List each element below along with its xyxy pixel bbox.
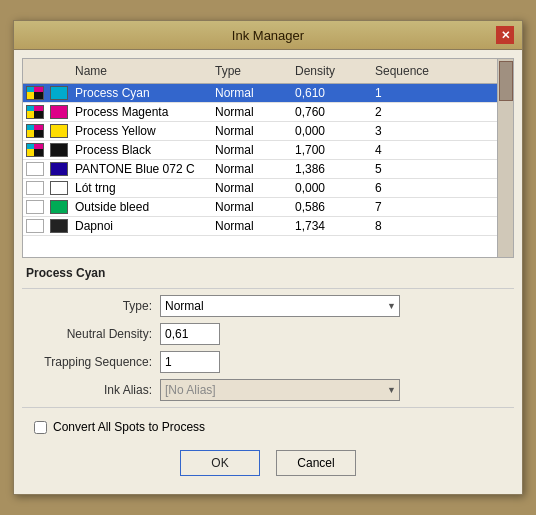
- row-icon-cell: [23, 179, 47, 197]
- row-type: Normal: [211, 141, 291, 159]
- type-group: Type: Normal Transparent Opaque OpaqueIg…: [22, 295, 514, 317]
- header-col0: [23, 62, 47, 80]
- divider: [22, 288, 514, 289]
- row-density: 1,700: [291, 141, 371, 159]
- row-swatch-cell: [47, 84, 71, 102]
- header-name: Name: [71, 62, 211, 80]
- row-density: 0,586: [291, 198, 371, 216]
- row-icon-cell: [23, 141, 47, 159]
- row-icon-cell: [23, 84, 47, 102]
- convert-spots-checkbox[interactable]: [34, 421, 47, 434]
- header-sequence: Sequence: [371, 62, 431, 80]
- type-select-wrapper: Normal Transparent Opaque OpaqueIgnore: [160, 295, 400, 317]
- row-sequence: 6: [371, 179, 431, 197]
- cancel-button[interactable]: Cancel: [276, 450, 356, 476]
- table-row[interactable]: PANTONE Blue 072 CNormal1,3865: [23, 160, 513, 179]
- row-type: Normal: [211, 122, 291, 140]
- ink-alias-label: Ink Alias:: [30, 383, 160, 397]
- row-name: PANTONE Blue 072 C: [71, 160, 211, 178]
- header-density: Density: [291, 62, 371, 80]
- row-name: Dapnoi: [71, 217, 211, 235]
- type-select[interactable]: Normal Transparent Opaque OpaqueIgnore: [160, 295, 400, 317]
- row-swatch-cell: [47, 103, 71, 121]
- row-sequence: 8: [371, 217, 431, 235]
- ink-alias-group: Ink Alias: [No Alias]: [22, 379, 514, 401]
- dialog-title: Ink Manager: [40, 28, 496, 43]
- row-density: 0,000: [291, 179, 371, 197]
- row-sequence: 4: [371, 141, 431, 159]
- row-name: Process Magenta: [71, 103, 211, 121]
- row-density: 1,386: [291, 160, 371, 178]
- table-row[interactable]: Process BlackNormal1,7004: [23, 141, 513, 160]
- row-swatch-cell: [47, 160, 71, 178]
- convert-spots-label[interactable]: Convert All Spots to Process: [53, 420, 205, 434]
- row-icon-cell: [23, 122, 47, 140]
- button-row: OK Cancel: [22, 442, 514, 486]
- row-swatch-cell: [47, 122, 71, 140]
- table-header: Name Type Density Sequence: [23, 59, 513, 84]
- table-row[interactable]: DapnoiNormal1,7348: [23, 217, 513, 236]
- row-sequence: 2: [371, 103, 431, 121]
- row-icon-cell: [23, 198, 47, 216]
- neutral-density-group: Neutral Density:: [22, 323, 514, 345]
- trapping-sequence-input[interactable]: [160, 351, 220, 373]
- row-type: Normal: [211, 179, 291, 197]
- ink-alias-select-wrapper: [No Alias]: [160, 379, 400, 401]
- header-type: Type: [211, 62, 291, 80]
- ok-button[interactable]: OK: [180, 450, 260, 476]
- table-row[interactable]: Process MagentaNormal0,7602: [23, 103, 513, 122]
- table-row[interactable]: Process CyanNormal0,6101: [23, 84, 513, 103]
- selected-ink-label: Process Cyan: [22, 258, 514, 284]
- row-type: Normal: [211, 84, 291, 102]
- row-name: Outside bleed: [71, 198, 211, 216]
- row-density: 0,610: [291, 84, 371, 102]
- ink-manager-dialog: Ink Manager ✕ Name Type Density Sequence…: [13, 20, 523, 495]
- divider2: [22, 407, 514, 408]
- row-sequence: 3: [371, 122, 431, 140]
- row-name: Lót trng: [71, 179, 211, 197]
- row-icon-cell: [23, 217, 47, 235]
- title-bar: Ink Manager ✕: [14, 21, 522, 50]
- scrollbar-thumb[interactable]: [499, 61, 513, 101]
- trapping-sequence-group: Trapping Sequence:: [22, 351, 514, 373]
- row-name: Process Black: [71, 141, 211, 159]
- table-row[interactable]: Lót trngNormal0,0006: [23, 179, 513, 198]
- row-type: Normal: [211, 217, 291, 235]
- table-row[interactable]: Outside bleedNormal0,5867: [23, 198, 513, 217]
- dialog-body: Name Type Density Sequence Process CyanN…: [14, 50, 522, 494]
- row-swatch-cell: [47, 198, 71, 216]
- row-swatch-cell: [47, 217, 71, 235]
- row-sequence: 5: [371, 160, 431, 178]
- neutral-density-input[interactable]: [160, 323, 220, 345]
- ink-table: Name Type Density Sequence Process CyanN…: [22, 58, 514, 258]
- trapping-sequence-label: Trapping Sequence:: [30, 355, 160, 369]
- row-type: Normal: [211, 198, 291, 216]
- row-sequence: 1: [371, 84, 431, 102]
- close-button[interactable]: ✕: [496, 26, 514, 44]
- table-row[interactable]: Process YellowNormal0,0003: [23, 122, 513, 141]
- row-swatch-cell: [47, 141, 71, 159]
- row-swatch-cell: [47, 179, 71, 197]
- row-density: 0,000: [291, 122, 371, 140]
- table-body[interactable]: Process CyanNormal0,6101Process MagentaN…: [23, 84, 513, 254]
- row-type: Normal: [211, 103, 291, 121]
- row-density: 1,734: [291, 217, 371, 235]
- row-name: Process Yellow: [71, 122, 211, 140]
- scrollbar[interactable]: [497, 59, 513, 257]
- row-density: 0,760: [291, 103, 371, 121]
- row-icon-cell: [23, 160, 47, 178]
- neutral-density-label: Neutral Density:: [30, 327, 160, 341]
- type-label: Type:: [30, 299, 160, 313]
- row-name: Process Cyan: [71, 84, 211, 102]
- row-type: Normal: [211, 160, 291, 178]
- checkbox-row: Convert All Spots to Process: [22, 412, 514, 442]
- ink-alias-select[interactable]: [No Alias]: [160, 379, 400, 401]
- row-icon-cell: [23, 103, 47, 121]
- header-col1: [47, 62, 71, 80]
- row-sequence: 7: [371, 198, 431, 216]
